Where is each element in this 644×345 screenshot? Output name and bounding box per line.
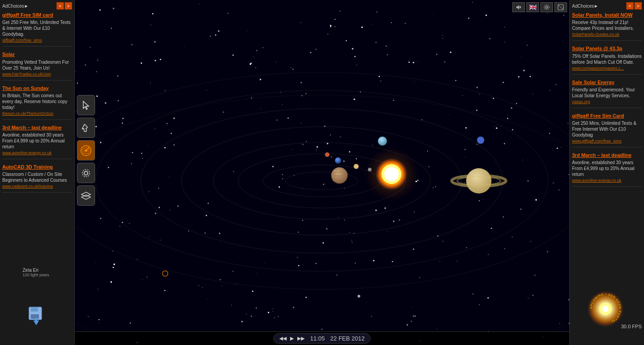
right-ad-1-title[interactable]: Solar Panels, Install NOW	[572, 12, 642, 18]
right-ad-5-title[interactable]: 3rd March – last deadline	[572, 152, 642, 158]
rewind-button[interactable]: ◀◀	[279, 336, 286, 341]
svg-point-44	[391, 22, 392, 23]
svg-point-41	[97, 58, 97, 59]
right-ad-choices-bar: AdChoices ▶ < >	[572, 2, 642, 9]
left-ad-3: The Sun on Sunday In Britain, The Sun co…	[2, 85, 72, 120]
right-ad-nav: < >	[626, 2, 642, 9]
right-ad-5-url[interactable]: www.avonline-energy.co.uk	[572, 178, 642, 183]
left-ad-prev-button[interactable]: <	[57, 2, 64, 9]
svg-point-29	[436, 54, 437, 55]
right-ad-2-url[interactable]: www.comparecompanies.c...	[572, 66, 642, 71]
right-ad-prev-button[interactable]: <	[626, 2, 634, 9]
left-ad-5-text: Classroom / Custom / On Site Beginners t…	[2, 171, 72, 183]
time-display: ◀◀ ▶ ▶▶ 11:05 22 FEB 2012	[273, 333, 370, 344]
layers-tool-button[interactable]	[77, 185, 95, 206]
side-toolbar	[77, 95, 96, 206]
left-ad-3-url[interactable]: thesun.co.uk/TheSunOnSun	[2, 111, 72, 116]
forward-button[interactable]: ▶▶	[297, 336, 305, 341]
right-ad-5-text: Avonline, established 30 years From £4,9…	[572, 160, 642, 177]
left-ad-1-text: Get 250 Free Min, Unlimited Texts & Inte…	[2, 19, 72, 37]
right-ad-2-text: 75% Off Solar Panels. Installations befo…	[572, 53, 642, 65]
svg-point-33	[346, 40, 347, 41]
svg-rect-66	[31, 314, 39, 319]
svg-point-45	[88, 316, 89, 317]
svg-point-22	[378, 137, 387, 146]
left-ad-choices-text: AdChoices	[2, 4, 24, 9]
help-button[interactable]	[554, 2, 567, 12]
svg-marker-62	[81, 192, 91, 197]
svg-point-50	[546, 6, 548, 9]
right-ad-5: 3rd March – last deadline Avonline, esta…	[572, 152, 642, 187]
left-ad-5-url[interactable]: www.cadpoint.co.uk/training	[2, 184, 72, 189]
right-ad-2-title[interactable]: Solar Panels @ 43.3p	[572, 45, 642, 52]
right-ad-1-text: Receive 43p Instead of 21p! Compare Pric…	[572, 19, 642, 31]
svg-marker-63	[81, 195, 91, 199]
svg-point-14	[354, 164, 359, 169]
right-ad-4-url[interactable]: www.giffgaff.com/free_sims	[572, 139, 642, 143]
pointer-tool-button[interactable]	[77, 118, 95, 138]
svg-point-4	[181, 127, 462, 235]
svg-rect-68	[35, 318, 37, 322]
svg-point-24	[358, 295, 360, 298]
left-ad-2-text: Promoting Vetted Tradesmen For Over 25 Y…	[2, 59, 72, 71]
svg-marker-54	[83, 101, 89, 109]
svg-point-42	[558, 189, 559, 190]
left-ad-choices-bar: AdChoices ▶ < >	[2, 2, 72, 9]
svg-point-36	[504, 248, 505, 249]
svg-point-51	[544, 5, 549, 10]
svg-point-40	[472, 293, 473, 294]
left-ad-2-title[interactable]: Solar	[2, 51, 72, 57]
left-ad-choices-arrow[interactable]: ▶	[25, 4, 28, 8]
radar-tool-button[interactable]	[77, 140, 95, 161]
save-download-button[interactable]	[27, 306, 45, 329]
right-ad-3-url[interactable]: nseas.org	[572, 99, 642, 104]
svg-point-27	[210, 36, 211, 37]
left-ad-5-title[interactable]: AutoCAD 3D Training	[2, 164, 72, 170]
time-text: 11:05	[310, 335, 325, 342]
right-ad-3-title[interactable]: Sale Solar Energy	[572, 79, 642, 85]
left-ad-4-title[interactable]: 3rd March – last deadline	[2, 124, 72, 131]
left-ad-next-button[interactable]: >	[65, 2, 72, 9]
zeta-eri-name: Zeta Eri	[23, 268, 49, 273]
right-ad-1: Solar Panels, Install NOW Receive 43p In…	[572, 12, 642, 41]
svg-point-7	[75, 72, 569, 289]
left-ad-2-url[interactable]: www.FairTrades.co.uk/Join	[2, 72, 72, 76]
language-button[interactable]: 🇬🇧	[526, 2, 539, 12]
gear-tool-button[interactable]	[77, 163, 95, 183]
svg-point-32	[255, 67, 256, 68]
portal-logo[interactable]: UPCOMING • SUN AEON PORTAL	[585, 288, 626, 329]
svg-point-30	[504, 27, 505, 27]
right-ad-choices-arrow[interactable]: ▶	[595, 4, 597, 8]
top-toolbar: 🇬🇧	[512, 2, 567, 12]
left-ad-panel: AdChoices ▶ < > giffgaff Free SIM card G…	[0, 0, 75, 345]
right-ad-4-title[interactable]: giffgaff Free Sim Card	[572, 113, 642, 119]
svg-point-37	[549, 90, 550, 90]
left-ad-1-title[interactable]: giffgaff Free SIM card	[2, 12, 72, 18]
solar-system-view[interactable]	[75, 0, 569, 345]
left-ad-4-url[interactable]: www.avonline-energy.co.uk	[2, 151, 72, 155]
left-ad-choices-label: AdChoices ▶	[2, 4, 28, 9]
svg-point-20	[466, 168, 491, 194]
right-ad-choices-text: AdChoices	[572, 4, 594, 9]
left-ad-4: 3rd March – last deadline Avonline, esta…	[2, 124, 72, 159]
svg-point-28	[301, 22, 301, 23]
select-tool-button[interactable]	[77, 95, 95, 115]
left-ad-3-title[interactable]: The Sun on Sunday	[2, 85, 72, 91]
svg-point-8	[75, 95, 569, 345]
left-ad-1-url[interactable]: giffgaff.com/free_sims	[2, 38, 72, 43]
right-ad-3: Sale Solar Energy Friendly and Experienc…	[572, 79, 642, 108]
right-ad-1-url[interactable]: SolarPanels-Quotes.co.uk	[572, 32, 642, 37]
right-ad-next-button[interactable]: >	[634, 2, 642, 9]
bottom-time-bar: ◀◀ ▶ ▶▶ 11:05 22 FEB 2012	[75, 331, 569, 345]
svg-point-1	[263, 165, 381, 197]
svg-point-23	[477, 137, 484, 144]
left-ad-1: giffgaff Free SIM card Get 250 Free Min,…	[2, 12, 72, 47]
svg-point-71	[602, 306, 609, 312]
play-button[interactable]: ▶	[290, 336, 294, 341]
left-ad-4-text: Avonline, established 30 years From £4,9…	[2, 132, 72, 150]
svg-point-38	[233, 271, 234, 272]
volume-button[interactable]	[512, 2, 525, 12]
svg-point-34	[414, 81, 414, 81]
settings-button[interactable]	[540, 2, 553, 12]
svg-point-43	[278, 316, 279, 317]
